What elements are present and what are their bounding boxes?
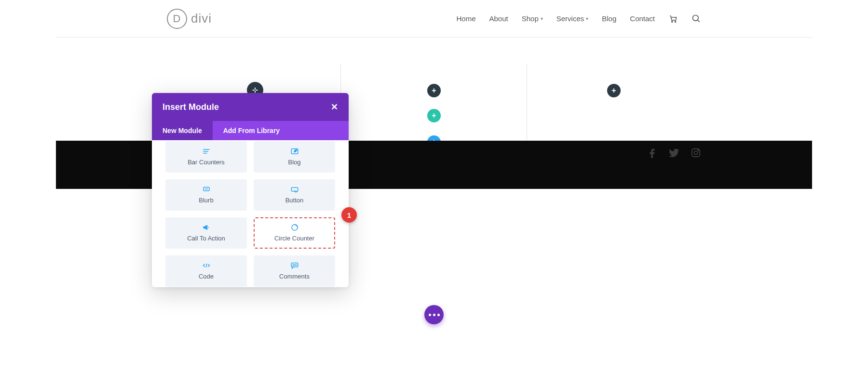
svg-point-17 [293, 265, 294, 266]
add-module-button[interactable]: + [607, 84, 621, 97]
module-label: Call To Action [187, 235, 225, 242]
module-label: Code [199, 273, 214, 280]
nav-shop[interactable]: Shop▾ [522, 14, 543, 23]
module-button[interactable]: Button [254, 179, 335, 211]
nav-services-label: Services [556, 14, 584, 23]
module-label: Comments [279, 273, 310, 280]
site-logo[interactable]: D divi [167, 9, 212, 29]
modal-title: Insert Module [163, 102, 219, 112]
code-icon [202, 261, 211, 270]
svg-point-6 [698, 150, 699, 151]
tab-add-from-library[interactable]: Add From Library [213, 121, 290, 140]
module-label: Bar Counters [188, 159, 225, 166]
ellipsis-icon [429, 314, 440, 316]
close-icon[interactable]: ✕ [331, 102, 338, 112]
facebook-icon[interactable] [647, 147, 658, 158]
modal-header: Insert Module ✕ [152, 93, 349, 121]
nav-about[interactable]: About [489, 14, 508, 23]
nav-blog-label: Blog [602, 14, 616, 23]
svg-point-2 [693, 15, 699, 21]
nav-blog[interactable]: Blog [602, 14, 616, 23]
nav-about-label: About [489, 14, 508, 23]
module-label: Blog [288, 159, 300, 166]
nav-home-label: Home [456, 14, 475, 23]
circle-counter-icon [290, 223, 299, 232]
module-blog[interactable]: Blog [254, 141, 335, 173]
cart-icon[interactable] [668, 14, 678, 23]
svg-line-15 [206, 264, 207, 267]
nav-contact-label: Contact [630, 14, 655, 23]
module-grid: Bar Counters Blog Blurb Button [152, 140, 349, 287]
top-navigation: D divi Home About Shop▾ Services▾ Blog C… [56, 0, 812, 38]
module-circle-counter[interactable]: Circle Counter [254, 217, 335, 249]
logo-text: divi [191, 11, 212, 26]
module-bar-counters[interactable]: Bar Counters [165, 141, 247, 173]
modal-tabs: New Module Add From Library [152, 121, 349, 140]
nav-contact[interactable]: Contact [630, 14, 655, 23]
bar-counters-icon [202, 147, 211, 156]
column-divider [527, 64, 527, 151]
chevron-down-icon: ▾ [541, 16, 543, 21]
blurb-icon [202, 185, 211, 194]
module-label: Circle Counter [274, 235, 314, 242]
logo-mark: D [167, 9, 187, 29]
module-blurb[interactable]: Blurb [165, 179, 247, 211]
button-icon [290, 185, 299, 194]
search-icon[interactable] [692, 14, 701, 24]
svg-point-19 [296, 265, 297, 266]
module-code[interactable]: Code [165, 255, 247, 287]
tab-new-module[interactable]: New Module [152, 121, 213, 140]
chevron-down-icon: ▾ [586, 16, 588, 21]
comments-icon [290, 261, 299, 270]
svg-point-1 [675, 21, 676, 22]
nav-home[interactable]: Home [456, 14, 475, 23]
twitter-icon[interactable] [668, 147, 680, 158]
primary-nav: Home About Shop▾ Services▾ Blog Contact [456, 14, 701, 24]
add-row-button[interactable]: + [427, 109, 441, 122]
svg-line-3 [698, 20, 700, 22]
instagram-icon[interactable] [691, 147, 701, 158]
blog-icon [290, 147, 299, 156]
footer-socials [647, 147, 701, 158]
module-call-to-action[interactable]: Call To Action [165, 217, 247, 249]
svg-point-18 [294, 265, 295, 266]
builder-settings-fab[interactable] [424, 305, 444, 324]
insert-module-modal: Insert Module ✕ New Module Add From Libr… [152, 93, 349, 287]
annotation-badge-1: 1 [341, 207, 357, 223]
module-label: Button [285, 197, 304, 204]
svg-point-5 [694, 151, 697, 154]
add-module-button[interactable]: + [427, 84, 441, 97]
megaphone-icon [202, 223, 211, 232]
module-label: Blurb [199, 197, 213, 204]
module-comments[interactable]: Comments [254, 255, 335, 287]
nav-services[interactable]: Services▾ [556, 14, 589, 23]
nav-shop-label: Shop [522, 14, 539, 23]
svg-point-0 [672, 21, 673, 22]
